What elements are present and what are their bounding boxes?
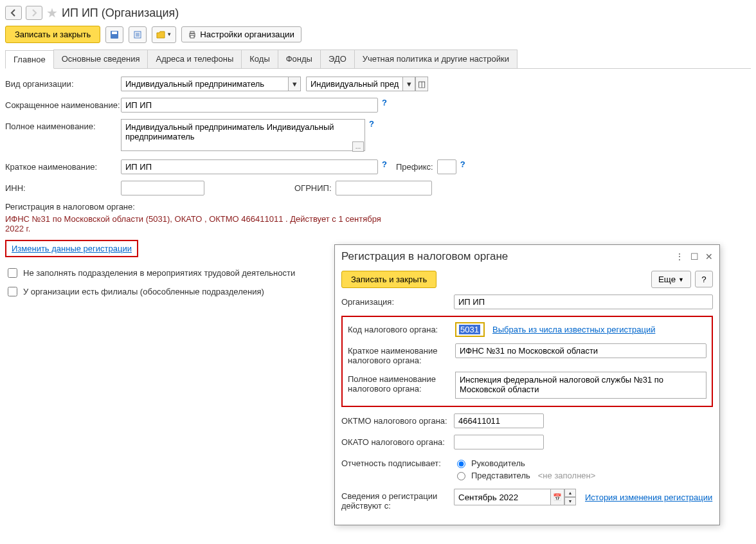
help-icon[interactable]: ? xyxy=(369,119,374,129)
favorite-star-icon[interactable]: ★ xyxy=(46,5,58,21)
tabs: Главное Основные сведения Адреса и телеф… xyxy=(5,50,751,69)
inn-label: ИНН: xyxy=(5,181,121,193)
dialog-help-button[interactable]: ? xyxy=(695,271,713,287)
registration-dialog: Регистрация в налоговом органе ⋮ ☐ ✕ Зап… xyxy=(334,244,720,309)
chevron-down-icon[interactable]: ▾ xyxy=(402,77,415,91)
page-title: ИП ИП (Организация) xyxy=(62,6,179,20)
expand-button[interactable]: … xyxy=(352,141,364,152)
dialog-more-button[interactable]: Еще▼ xyxy=(651,271,691,288)
dialog-close-icon[interactable]: ✕ xyxy=(705,251,713,262)
registration-label: Регистрация в налоговом органе: xyxy=(5,202,751,212)
main-toolbar: Записать и закрыть ▼ Настройки организац… xyxy=(5,26,751,43)
short-name-input[interactable] xyxy=(121,98,378,113)
titlebar: ★ ИП ИП (Организация) xyxy=(5,5,751,21)
tab-basic-info[interactable]: Основные сведения xyxy=(53,50,148,68)
prefix-label: Префикс: xyxy=(396,159,433,172)
org-type-select[interactable] xyxy=(121,77,288,91)
change-registration-link[interactable]: Изменить данные регистрации xyxy=(12,244,132,253)
full-name-label: Полное наименование: xyxy=(5,119,121,131)
nav-back-button[interactable] xyxy=(5,6,22,20)
list-icon-button[interactable] xyxy=(129,26,147,43)
dialog-title: Регистрация в налоговом органе xyxy=(341,250,508,263)
org-settings-button[interactable]: Настройки организации xyxy=(181,26,302,42)
tab-edo[interactable]: ЭДО xyxy=(320,50,355,68)
open-icon[interactable]: ◫ xyxy=(415,77,428,91)
short-name-label: Сокращенное наименование: xyxy=(5,98,121,110)
help-icon[interactable]: ? xyxy=(460,159,465,169)
dialog-save-close-button[interactable]: Записать и закрыть xyxy=(341,271,437,288)
tab-main[interactable]: Главное xyxy=(5,50,54,69)
org-type-label: Вид организации: xyxy=(5,77,121,89)
highlight-box: Изменить данные регистрации xyxy=(5,240,138,257)
help-icon[interactable]: ? xyxy=(382,98,387,107)
brief-name-input[interactable] xyxy=(121,159,378,174)
printer-icon xyxy=(188,31,196,39)
inn-input[interactable] xyxy=(121,181,204,195)
svg-rect-7 xyxy=(190,32,194,33)
svg-rect-1 xyxy=(112,32,117,34)
ogrnip-input[interactable] xyxy=(336,181,432,195)
svg-rect-8 xyxy=(190,35,194,38)
save-and-close-button[interactable]: Записать и закрыть xyxy=(5,26,100,43)
ogrnip-label: ОГРНИП: xyxy=(294,181,332,193)
brief-name-label: Краткое наименование: xyxy=(5,159,121,172)
dialog-menu-icon[interactable]: ⋮ xyxy=(675,251,684,262)
folder-dropdown-button[interactable]: ▼ xyxy=(152,26,176,43)
registration-text: ИФНС №31 по Московской области (5031), О… xyxy=(5,214,391,233)
chevron-down-icon[interactable]: ▾ xyxy=(288,77,301,91)
no-subdivisions-label: Не заполнять подразделения в мероприятия… xyxy=(23,268,295,278)
tab-funds[interactable]: Фонды xyxy=(278,50,321,68)
dialog-org-input[interactable] xyxy=(454,295,713,309)
help-icon[interactable]: ? xyxy=(382,159,387,169)
has-branches-checkbox[interactable] xyxy=(8,287,17,296)
dialog-org-label: Организация: xyxy=(341,295,454,307)
tab-addresses[interactable]: Адреса и телефоны xyxy=(147,50,242,68)
tab-codes[interactable]: Коды xyxy=(241,50,278,68)
no-subdivisions-checkbox[interactable] xyxy=(8,268,17,278)
dialog-maximize-icon[interactable]: ☐ xyxy=(690,251,699,262)
prefix-input[interactable] xyxy=(437,159,456,174)
tab-accounting-policy[interactable]: Учетная политика и другие настройки xyxy=(354,50,518,68)
has-branches-label: У организации есть филиалы (обособленные… xyxy=(23,287,264,296)
save-icon-button[interactable] xyxy=(105,26,123,43)
org-type-select-2[interactable] xyxy=(306,77,402,91)
full-name-input[interactable] xyxy=(121,119,365,151)
nav-forward-button[interactable] xyxy=(26,6,42,20)
